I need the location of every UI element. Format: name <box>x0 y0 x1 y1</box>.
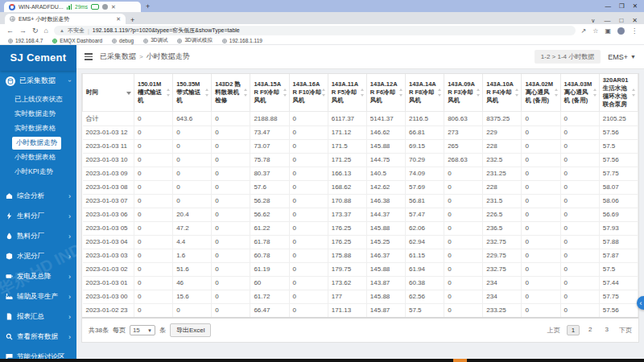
column-header[interactable]: 143D2 熟料散装机检修 <box>212 74 250 111</box>
sidebar-item[interactable]: 综合分析› <box>0 186 76 206</box>
bookmark-item[interactable]: debug <box>112 38 134 43</box>
sort-icon <box>593 88 597 97</box>
side-panel-icon[interactable]: ▣ <box>605 27 611 35</box>
column-header[interactable]: 320AR01 生活水池循环水池联合泵房 <box>599 74 638 111</box>
column-label: 320AR01 生活水池循环水池联合泵房 <box>603 76 629 107</box>
globe-icon <box>10 16 15 22</box>
column-header[interactable]: 143A.12AR F6冷却风机 <box>366 74 405 111</box>
value-cell: 175.88 <box>328 249 366 262</box>
close-window-icon[interactable]: ✕ <box>633 2 638 10</box>
sidebar-item[interactable]: 节能分析讨论区 <box>0 347 76 359</box>
profile-avatar[interactable] <box>617 27 625 35</box>
prev-page-button[interactable]: 上页 <box>547 326 560 335</box>
sidebar-subitem[interactable]: 实时数据表格 <box>0 121 76 136</box>
minimize-browser-icon[interactable]: — <box>604 17 610 24</box>
tab-search-chevron-icon[interactable]: ∨ <box>591 18 595 24</box>
chevron-right-icon: › <box>68 333 71 341</box>
value-cell: 0 <box>522 139 560 153</box>
sidebar-item[interactable]: 发电及总降› <box>0 266 76 286</box>
value-cell: 173.62 <box>328 276 366 290</box>
new-session-button[interactable]: + <box>146 2 150 10</box>
sidebar-subitem[interactable]: 已上线仪表状态 <box>0 93 76 107</box>
sidebar-item[interactable]: 水泥分厂› <box>0 246 76 266</box>
sidebar-item[interactable]: 报表汇总› <box>0 306 76 327</box>
column-label: 143A.03M 离心通风机 (备用) <box>564 80 592 104</box>
filter-caret-icon <box>126 92 131 95</box>
session-options-icon[interactable] <box>102 4 108 10</box>
page-size-select[interactable]: 15 ▼ <box>130 325 155 335</box>
browser-tab[interactable]: EMS+ 小时数据走势 ✕ <box>5 14 126 24</box>
share-icon[interactable]: ↗ <box>581 27 587 35</box>
bookmark-item[interactable]: EMQX Dashboard <box>52 38 102 43</box>
page-button[interactable]: 2 <box>584 325 596 335</box>
close-browser-icon[interactable]: ✕ <box>632 17 638 24</box>
column-header[interactable]: 143A.02M 离心通风机 (备用) <box>522 74 560 111</box>
breadcrumb-root[interactable]: 已采集数据 <box>100 51 136 62</box>
remote-session-tab[interactable]: WIN-ARADFDU... 29ms ✕ <box>4 2 141 12</box>
column-header[interactable]: 150.01M 槽式输送机 <box>134 74 173 111</box>
page-button[interactable]: 1 <box>567 325 580 335</box>
home-icon[interactable]: ⌂ <box>44 27 48 35</box>
bookmark-item[interactable]: 192.168.1.119 <box>222 38 262 43</box>
column-label: 143A.10AR F4冷却风机 <box>486 80 514 104</box>
sidebar-item[interactable]: 辅助及非生产› <box>0 286 76 306</box>
sidebar-subitem[interactable]: 实时数据走势 <box>0 107 76 121</box>
time-cell: 2023-01-03 02 <box>83 262 134 276</box>
close-session-icon[interactable]: ✕ <box>111 4 116 10</box>
page-button[interactable]: 3 <box>601 325 613 335</box>
sort-icon <box>515 88 519 97</box>
table-row: 2023-01-03 02051.6061.190179.75145.8861.… <box>83 262 638 276</box>
sidebar-subitem[interactable]: 小时KPI走势 <box>0 165 76 179</box>
value-cell: 8375.25 <box>483 111 522 125</box>
address-bar[interactable]: ▲ 不安全 | 192.168.1.119/?p=1020&typee=窑头低压… <box>54 26 576 35</box>
new-tab-button[interactable]: + <box>130 16 134 24</box>
minimize-window-icon[interactable]: — <box>605 2 611 10</box>
value-cell: 0 <box>522 125 560 139</box>
bookmark-item[interactable]: 3D调试模拟 <box>177 37 212 44</box>
column-header[interactable]: 时间 <box>83 74 134 111</box>
column-header[interactable]: 143A.15AR F9冷却风机 <box>250 74 289 111</box>
table-row: 2023-01-03 05047.2061.220176.25145.8862.… <box>83 221 638 235</box>
sidebar-item-label: 节能分析讨论区 <box>17 352 65 360</box>
ems-dropdown[interactable]: EMS+ ▼ <box>608 53 636 61</box>
close-tab-icon[interactable]: ✕ <box>116 16 121 23</box>
bookmark-item[interactable]: 192.168.4.7 <box>8 38 43 43</box>
next-page-button[interactable]: 下页 <box>619 326 632 335</box>
hd-quality-badge-icon[interactable] <box>91 4 99 10</box>
column-header[interactable]: 143A.03M 离心通风机 (备用) <box>560 74 599 111</box>
back-icon[interactable]: ← <box>6 27 14 35</box>
restore-window-icon[interactable]: ❐ <box>619 2 625 10</box>
table-row: 2023-01-03 06020.4056.620173.37144.3757.… <box>83 208 638 221</box>
bookmark-item[interactable]: 3D调试 <box>143 37 167 44</box>
value-cell: 231.5 <box>483 194 522 208</box>
hamburger-menu-icon[interactable] <box>85 53 93 60</box>
column-header[interactable]: 150.35M 带式输送机 <box>173 74 212 111</box>
sidebar-item[interactable]: 查看所有数据› <box>0 327 76 347</box>
column-label: 143A.12AR F6冷却风机 <box>370 80 398 104</box>
column-header[interactable]: 143A.10AR F4冷却风机 <box>483 74 522 111</box>
sidebar-item[interactable]: 熟料分厂› <box>0 226 76 246</box>
value-cell: 0 <box>212 262 250 276</box>
browser-menu-icon[interactable]: ⋮ <box>631 27 638 35</box>
value-cell: 0 <box>289 235 328 249</box>
maximize-browser-icon[interactable]: □ <box>619 17 623 24</box>
export-excel-button[interactable]: 导出Excel <box>170 323 212 337</box>
sidebar-group-collected-data[interactable]: 已采集数据 › <box>0 71 76 91</box>
column-header[interactable]: 143A.09AR F3冷却风机 <box>444 74 483 111</box>
bookmarks-bar: 192.168.4.7EMQX Dashboarddebug3D调试3D调试模拟… <box>0 37 644 45</box>
forward-icon[interactable]: → <box>19 27 27 35</box>
sidebar-subitem[interactable]: 小时数据走势 <box>12 137 61 150</box>
value-cell: 0 <box>212 139 250 153</box>
sidebar-subitem[interactable]: 小时数据表格 <box>0 150 76 165</box>
column-header[interactable]: 143A.16AR F10冷却风机 <box>289 74 328 111</box>
value-cell: 0 <box>173 167 212 180</box>
column-header[interactable]: 143A.11AR F5冷却风机 <box>328 74 366 111</box>
value-cell: 57.56 <box>599 303 638 317</box>
sort-icon <box>477 88 481 97</box>
bookmark-star-icon[interactable]: ☆ <box>592 27 598 35</box>
reload-icon[interactable]: ↻ <box>32 27 39 35</box>
column-header[interactable]: 143A.14AR F8冷却风机 <box>405 74 444 111</box>
sidebar-item[interactable]: 生料分厂› <box>0 206 76 226</box>
value-cell: 0 <box>134 153 173 167</box>
column-label: 143A.09AR F3冷却风机 <box>448 80 475 104</box>
